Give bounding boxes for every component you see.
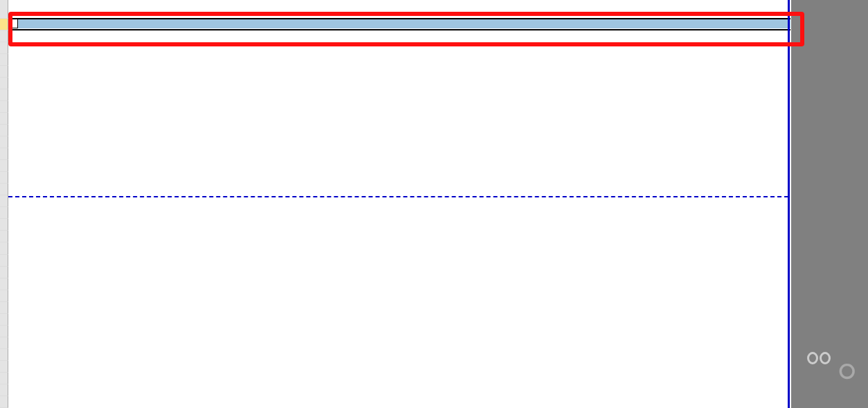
row-header[interactable] bbox=[0, 337, 8, 349]
row-header[interactable] bbox=[0, 219, 8, 231]
row-header[interactable] bbox=[0, 384, 8, 396]
row-header[interactable] bbox=[0, 255, 8, 267]
row-header[interactable] bbox=[0, 195, 8, 207]
row-header[interactable] bbox=[0, 349, 8, 361]
row-header[interactable] bbox=[0, 172, 8, 184]
row-header[interactable] bbox=[0, 136, 8, 148]
row-header[interactable] bbox=[0, 160, 8, 172]
selection-border bbox=[8, 18, 790, 19]
row-header[interactable] bbox=[0, 396, 8, 408]
row-header[interactable] bbox=[0, 290, 8, 302]
row-header[interactable] bbox=[0, 113, 8, 125]
row-header[interactable] bbox=[0, 19, 8, 30]
print-area-right-border bbox=[788, 0, 790, 408]
row-header[interactable] bbox=[0, 326, 8, 337]
row-header[interactable] bbox=[0, 231, 8, 242]
row-headers-column bbox=[0, 0, 8, 408]
active-cell-indicator[interactable] bbox=[8, 19, 18, 28]
row-header[interactable] bbox=[0, 148, 8, 160]
row-header[interactable] bbox=[0, 278, 8, 290]
row-header[interactable] bbox=[0, 66, 8, 78]
row-header[interactable] bbox=[0, 242, 8, 254]
row-header[interactable] bbox=[0, 373, 8, 384]
row-header[interactable] bbox=[0, 184, 8, 195]
row-header[interactable] bbox=[0, 30, 8, 42]
row-header[interactable] bbox=[0, 361, 8, 373]
selection-border bbox=[8, 29, 790, 30]
row-header[interactable] bbox=[0, 302, 8, 314]
row-header[interactable] bbox=[0, 78, 8, 89]
row-header[interactable] bbox=[0, 89, 8, 101]
page-break-line bbox=[8, 196, 788, 197]
gridlines bbox=[8, 0, 868, 408]
row-header[interactable] bbox=[0, 207, 8, 219]
out-of-print-area bbox=[791, 0, 868, 408]
row-selection-highlight bbox=[8, 19, 790, 28]
row-header[interactable] bbox=[0, 54, 8, 66]
row-header[interactable] bbox=[0, 267, 8, 278]
watermark: ੦ bbox=[802, 352, 858, 387]
spreadsheet-grid[interactable] bbox=[8, 0, 868, 408]
row-header[interactable] bbox=[0, 314, 8, 326]
paw-icon bbox=[802, 352, 836, 380]
watermark-brand: ੦ bbox=[839, 357, 855, 386]
watermark-logo: ੦ bbox=[802, 352, 858, 386]
row-header[interactable] bbox=[0, 125, 8, 136]
row-header[interactable] bbox=[0, 101, 8, 113]
spreadsheet-view bbox=[0, 0, 868, 408]
row-header[interactable] bbox=[0, 42, 8, 54]
row-header[interactable] bbox=[0, 0, 8, 19]
